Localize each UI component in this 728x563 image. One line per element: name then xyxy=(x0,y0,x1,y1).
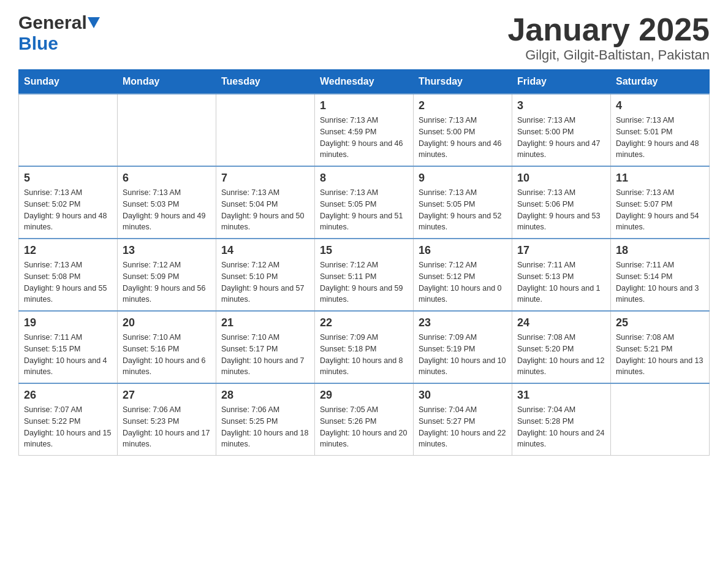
day-number: 7 xyxy=(221,172,309,185)
calendar-week-row: 19Sunrise: 7:11 AMSunset: 5:15 PMDayligh… xyxy=(19,311,710,383)
calendar-day-cell: 28Sunrise: 7:06 AMSunset: 5:25 PMDayligh… xyxy=(216,383,315,456)
calendar-day-cell: 20Sunrise: 7:10 AMSunset: 5:16 PMDayligh… xyxy=(118,311,216,383)
day-of-week-header: Monday xyxy=(118,70,216,94)
day-number: 30 xyxy=(419,389,507,402)
day-info: Sunrise: 7:13 AMSunset: 5:03 PMDaylight:… xyxy=(123,187,211,233)
calendar-day-cell: 11Sunrise: 7:13 AMSunset: 5:07 PMDayligh… xyxy=(611,166,710,239)
day-info: Sunrise: 7:13 AMSunset: 5:05 PMDaylight:… xyxy=(320,187,408,233)
day-number: 18 xyxy=(616,244,704,257)
day-number: 6 xyxy=(123,172,211,185)
day-info: Sunrise: 7:10 AMSunset: 5:17 PMDaylight:… xyxy=(221,332,309,378)
day-number: 31 xyxy=(517,389,605,402)
day-number: 3 xyxy=(517,99,605,112)
day-number: 11 xyxy=(616,172,704,185)
day-info: Sunrise: 7:12 AMSunset: 5:11 PMDaylight:… xyxy=(320,259,408,305)
calendar-day-cell: 8Sunrise: 7:13 AMSunset: 5:05 PMDaylight… xyxy=(315,166,414,239)
day-number: 1 xyxy=(320,99,408,112)
day-number: 29 xyxy=(320,389,408,402)
day-number: 20 xyxy=(123,316,211,329)
day-info: Sunrise: 7:11 AMSunset: 5:15 PMDaylight:… xyxy=(24,332,112,378)
calendar-day-cell: 7Sunrise: 7:13 AMSunset: 5:04 PMDaylight… xyxy=(216,166,315,239)
day-info: Sunrise: 7:13 AMSunset: 5:05 PMDaylight:… xyxy=(419,187,507,233)
day-number: 14 xyxy=(221,244,309,257)
calendar-day-cell: 26Sunrise: 7:07 AMSunset: 5:22 PMDayligh… xyxy=(19,383,118,456)
calendar-day-cell: 30Sunrise: 7:04 AMSunset: 5:27 PMDayligh… xyxy=(414,383,512,456)
calendar-day-cell: 9Sunrise: 7:13 AMSunset: 5:05 PMDaylight… xyxy=(414,166,512,239)
calendar-day-cell: 10Sunrise: 7:13 AMSunset: 5:06 PMDayligh… xyxy=(512,166,611,239)
day-info: Sunrise: 7:13 AMSunset: 5:00 PMDaylight:… xyxy=(517,115,605,161)
day-number: 5 xyxy=(24,172,112,185)
day-info: Sunrise: 7:06 AMSunset: 5:23 PMDaylight:… xyxy=(123,404,211,450)
calendar-day-cell: 23Sunrise: 7:09 AMSunset: 5:19 PMDayligh… xyxy=(414,311,512,383)
page-header: General Blue January 2025 Gilgit, Gilgit… xyxy=(18,12,710,63)
calendar-week-row: 26Sunrise: 7:07 AMSunset: 5:22 PMDayligh… xyxy=(19,383,710,456)
calendar-week-row: 5Sunrise: 7:13 AMSunset: 5:02 PMDaylight… xyxy=(19,166,710,239)
day-number: 19 xyxy=(24,316,112,329)
day-of-week-header: Sunday xyxy=(19,70,118,94)
logo-general-text: General xyxy=(18,12,87,33)
day-number: 26 xyxy=(24,389,112,402)
day-info: Sunrise: 7:13 AMSunset: 5:07 PMDaylight:… xyxy=(616,187,704,233)
logo-blue-text: Blue xyxy=(18,33,58,54)
day-number: 13 xyxy=(123,244,211,257)
day-info: Sunrise: 7:06 AMSunset: 5:25 PMDaylight:… xyxy=(221,404,309,450)
day-info: Sunrise: 7:04 AMSunset: 5:28 PMDaylight:… xyxy=(517,404,605,450)
day-info: Sunrise: 7:08 AMSunset: 5:21 PMDaylight:… xyxy=(616,332,704,378)
day-of-week-header: Tuesday xyxy=(216,70,315,94)
day-info: Sunrise: 7:13 AMSunset: 5:08 PMDaylight:… xyxy=(24,259,112,305)
day-number: 25 xyxy=(616,316,704,329)
day-number: 9 xyxy=(419,172,507,185)
calendar-day-cell: 22Sunrise: 7:09 AMSunset: 5:18 PMDayligh… xyxy=(315,311,414,383)
day-number: 10 xyxy=(517,172,605,185)
calendar-day-cell: 2Sunrise: 7:13 AMSunset: 5:00 PMDaylight… xyxy=(414,94,512,166)
svg-marker-0 xyxy=(88,17,100,28)
day-number: 15 xyxy=(320,244,408,257)
day-number: 4 xyxy=(616,99,704,112)
day-info: Sunrise: 7:12 AMSunset: 5:12 PMDaylight:… xyxy=(419,259,507,305)
day-number: 2 xyxy=(419,99,507,112)
calendar-day-cell xyxy=(19,94,118,166)
day-info: Sunrise: 7:13 AMSunset: 5:06 PMDaylight:… xyxy=(517,187,605,233)
day-info: Sunrise: 7:11 AMSunset: 5:14 PMDaylight:… xyxy=(616,259,704,305)
calendar-day-cell: 21Sunrise: 7:10 AMSunset: 5:17 PMDayligh… xyxy=(216,311,315,383)
day-info: Sunrise: 7:12 AMSunset: 5:09 PMDaylight:… xyxy=(123,259,211,305)
calendar-day-cell: 14Sunrise: 7:12 AMSunset: 5:10 PMDayligh… xyxy=(216,239,315,311)
day-info: Sunrise: 7:04 AMSunset: 5:27 PMDaylight:… xyxy=(419,404,507,450)
calendar-week-row: 1Sunrise: 7:13 AMSunset: 4:59 PMDaylight… xyxy=(19,94,710,166)
calendar-day-cell: 18Sunrise: 7:11 AMSunset: 5:14 PMDayligh… xyxy=(611,239,710,311)
calendar-day-cell xyxy=(118,94,216,166)
calendar-day-cell: 12Sunrise: 7:13 AMSunset: 5:08 PMDayligh… xyxy=(19,239,118,311)
day-info: Sunrise: 7:09 AMSunset: 5:18 PMDaylight:… xyxy=(320,332,408,378)
calendar-day-cell: 27Sunrise: 7:06 AMSunset: 5:23 PMDayligh… xyxy=(118,383,216,456)
calendar-day-cell: 4Sunrise: 7:13 AMSunset: 5:01 PMDaylight… xyxy=(611,94,710,166)
day-info: Sunrise: 7:13 AMSunset: 5:01 PMDaylight:… xyxy=(616,115,704,161)
calendar-day-cell: 15Sunrise: 7:12 AMSunset: 5:11 PMDayligh… xyxy=(315,239,414,311)
day-info: Sunrise: 7:13 AMSunset: 5:04 PMDaylight:… xyxy=(221,187,309,233)
calendar-header-row: SundayMondayTuesdayWednesdayThursdayFrid… xyxy=(19,70,710,94)
calendar-day-cell: 16Sunrise: 7:12 AMSunset: 5:12 PMDayligh… xyxy=(414,239,512,311)
day-number: 17 xyxy=(517,244,605,257)
day-of-week-header: Thursday xyxy=(414,70,512,94)
calendar-day-cell: 24Sunrise: 7:08 AMSunset: 5:20 PMDayligh… xyxy=(512,311,611,383)
calendar-day-cell: 1Sunrise: 7:13 AMSunset: 4:59 PMDaylight… xyxy=(315,94,414,166)
calendar-day-cell: 3Sunrise: 7:13 AMSunset: 5:00 PMDaylight… xyxy=(512,94,611,166)
day-number: 16 xyxy=(419,244,507,257)
day-info: Sunrise: 7:13 AMSunset: 5:00 PMDaylight:… xyxy=(419,115,507,161)
title-block: January 2025 Gilgit, Gilgit-Baltistan, P… xyxy=(507,12,710,63)
calendar-day-cell: 17Sunrise: 7:11 AMSunset: 5:13 PMDayligh… xyxy=(512,239,611,311)
day-info: Sunrise: 7:09 AMSunset: 5:19 PMDaylight:… xyxy=(419,332,507,378)
day-number: 21 xyxy=(221,316,309,329)
day-info: Sunrise: 7:05 AMSunset: 5:26 PMDaylight:… xyxy=(320,404,408,450)
day-of-week-header: Saturday xyxy=(611,70,710,94)
day-number: 27 xyxy=(123,389,211,402)
day-info: Sunrise: 7:10 AMSunset: 5:16 PMDaylight:… xyxy=(123,332,211,378)
calendar-day-cell: 25Sunrise: 7:08 AMSunset: 5:21 PMDayligh… xyxy=(611,311,710,383)
calendar-title: January 2025 xyxy=(507,12,710,47)
calendar-table: SundayMondayTuesdayWednesdayThursdayFrid… xyxy=(18,69,710,456)
day-info: Sunrise: 7:08 AMSunset: 5:20 PMDaylight:… xyxy=(517,332,605,378)
day-info: Sunrise: 7:13 AMSunset: 4:59 PMDaylight:… xyxy=(320,115,408,161)
calendar-day-cell xyxy=(611,383,710,456)
day-info: Sunrise: 7:11 AMSunset: 5:13 PMDaylight:… xyxy=(517,259,605,305)
calendar-day-cell: 29Sunrise: 7:05 AMSunset: 5:26 PMDayligh… xyxy=(315,383,414,456)
day-number: 28 xyxy=(221,389,309,402)
